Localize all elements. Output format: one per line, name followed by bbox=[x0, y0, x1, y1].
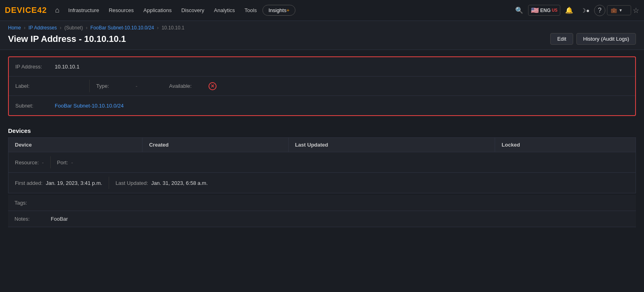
user-menu-caret: ▼ bbox=[619, 8, 623, 12]
top-navigation: DEVICE42 ⌂ Infrastructure Resources Appl… bbox=[0, 0, 644, 21]
nav-item-discovery[interactable]: Discovery bbox=[177, 5, 208, 16]
briefcase-icon: 💼 bbox=[611, 7, 617, 13]
col-last-updated: Last Updated bbox=[288, 138, 495, 152]
breadcrumb-current: 10.10.10.1 bbox=[161, 25, 184, 31]
notifications-button[interactable]: 🔔 bbox=[562, 3, 576, 18]
help-button[interactable]: ? bbox=[594, 5, 605, 16]
ip-address-value: 10.10.10.1 bbox=[55, 64, 79, 70]
last-updated-label: Last Updated: bbox=[116, 180, 148, 186]
label-type-available-row: Label: Type: - Available: ✕ bbox=[9, 77, 635, 96]
resource-label: Resource: bbox=[15, 159, 39, 166]
notes-label: Notes: bbox=[14, 216, 51, 222]
insights-button[interactable]: Insights+ bbox=[262, 5, 295, 16]
ip-info-card: IP Address: 10.10.10.1 Label: Type: - Av… bbox=[8, 56, 636, 116]
port-value: - bbox=[71, 159, 73, 166]
breadcrumb-subnet-name[interactable]: FooBar Subnet-10.10.10.0/24 bbox=[91, 25, 154, 31]
devices-table: Device Created Last Updated Locked Resou… bbox=[8, 137, 636, 193]
dates-cell: First added: Jan. 19, 2023, 3:41 p.m. La… bbox=[8, 173, 636, 193]
history-button[interactable]: History (Audit Logs) bbox=[576, 33, 636, 45]
page-title-row: View IP Address - 10.10.10.1 Edit Histor… bbox=[8, 33, 636, 45]
subnet-cell: Subnet: FooBar Subnet-10.10.10.0/24 bbox=[9, 96, 130, 115]
ip-address-label: IP Address: bbox=[15, 64, 52, 70]
search-button[interactable]: 🔍 bbox=[512, 3, 526, 18]
type-label: Type: bbox=[96, 83, 132, 89]
logo-text2: 42 bbox=[37, 6, 47, 14]
devices-title: Devices bbox=[8, 122, 636, 137]
language-selector[interactable]: 🇺🇸 ENG US bbox=[528, 5, 560, 16]
subnet-row: Subnet: FooBar Subnet-10.10.10.0/24 bbox=[9, 96, 635, 115]
nav-item-infrastructure[interactable]: Infrastructure bbox=[64, 5, 103, 16]
tags-section: Tags: Notes: FooBar bbox=[8, 195, 636, 227]
tags-label: Tags: bbox=[14, 200, 51, 206]
first-added-value: Jan. 19, 2023, 3:41 p.m. bbox=[46, 180, 102, 186]
insights-label: Insights bbox=[268, 7, 287, 13]
lang-label: ENG bbox=[540, 8, 551, 13]
resource-port-cell: Resource: - Port: - bbox=[8, 152, 636, 173]
favorite-button[interactable]: ☆ bbox=[633, 6, 639, 15]
available-label: Available: bbox=[169, 83, 205, 89]
nav-item-tools[interactable]: Tools bbox=[241, 5, 261, 16]
notes-value: FooBar bbox=[51, 216, 68, 222]
notes-row: Notes: FooBar bbox=[8, 211, 636, 227]
devices-section: Devices Device Created Last Updated Lock… bbox=[8, 122, 636, 193]
unavailable-icon: ✕ bbox=[208, 82, 217, 90]
subnet-value[interactable]: FooBar Subnet-10.10.10.0/24 bbox=[55, 103, 124, 109]
table-row-resource: Resource: - Port: - bbox=[8, 152, 636, 173]
header-actions: Edit History (Audit Logs) bbox=[550, 33, 636, 45]
ip-address-row: IP Address: 10.10.10.1 bbox=[9, 57, 635, 77]
lang-region: US bbox=[552, 8, 557, 12]
type-cell: Type: - bbox=[90, 77, 162, 95]
port-label: Port: bbox=[57, 159, 68, 166]
subnet-label: Subnet: bbox=[15, 103, 52, 109]
breadcrumb: Home › IP Addresses › (Subnet) › FooBar … bbox=[8, 25, 636, 31]
flag-icon: 🇺🇸 bbox=[531, 6, 539, 14]
row-divider bbox=[50, 156, 51, 168]
table-header-row: Device Created Last Updated Locked bbox=[8, 138, 636, 152]
breadcrumb-home[interactable]: Home bbox=[8, 25, 21, 31]
dates-divider bbox=[109, 177, 109, 189]
first-added-label: First added: bbox=[15, 180, 43, 186]
available-cell: Available: ✕ bbox=[163, 77, 635, 95]
col-created: Created bbox=[142, 138, 288, 152]
ip-address-cell: IP Address: 10.10.10.1 bbox=[9, 57, 86, 76]
breadcrumb-subnet-label: (Subnet) bbox=[64, 25, 83, 31]
insights-plus: + bbox=[287, 7, 290, 13]
logo-text1: DEVICE bbox=[5, 6, 37, 14]
col-locked: Locked bbox=[495, 138, 636, 152]
nav-item-resources[interactable]: Resources bbox=[105, 5, 138, 16]
nav-item-analytics[interactable]: Analytics bbox=[210, 5, 239, 16]
tags-row: Tags: bbox=[8, 195, 636, 211]
main-content: IP Address: 10.10.10.1 Label: Type: - Av… bbox=[0, 56, 644, 227]
breadcrumb-ip-addresses[interactable]: IP Addresses bbox=[29, 25, 57, 31]
last-updated-value: Jan. 31, 2023, 6:58 a.m. bbox=[151, 180, 208, 186]
resource-value: - bbox=[42, 159, 43, 166]
user-menu[interactable]: 💼 ▼ bbox=[607, 5, 631, 15]
table-row-dates: First added: Jan. 19, 2023, 3:41 p.m. La… bbox=[8, 173, 636, 193]
edit-button[interactable]: Edit bbox=[550, 33, 573, 45]
logo: DEVICE42 bbox=[5, 6, 47, 15]
page-title: View IP Address - 10.10.10.1 bbox=[8, 34, 126, 44]
nav-item-applications[interactable]: Applications bbox=[139, 5, 175, 16]
type-value: - bbox=[136, 83, 137, 89]
label-cell: Label: bbox=[9, 77, 89, 95]
label-label: Label: bbox=[15, 83, 52, 89]
page-header: Home › IP Addresses › (Subnet) › FooBar … bbox=[0, 21, 644, 50]
home-icon[interactable]: ⌂ bbox=[52, 4, 63, 16]
col-device: Device bbox=[8, 138, 142, 152]
theme-toggle[interactable]: ☽● bbox=[578, 3, 592, 18]
